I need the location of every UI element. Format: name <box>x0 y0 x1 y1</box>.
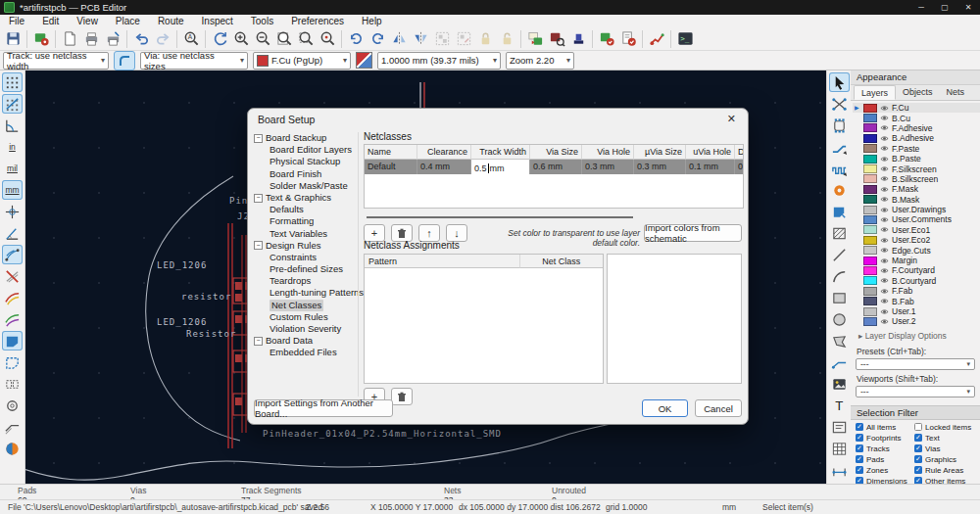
filter-tracks[interactable]: ✓Tracks <box>856 444 914 454</box>
close-icon[interactable]: ✕ <box>727 113 736 125</box>
layer-color-swatch[interactable] <box>863 155 877 164</box>
filter-pads[interactable]: ✓Pads <box>856 455 914 465</box>
menu-edit[interactable]: Edit <box>33 15 68 27</box>
ok-button[interactable]: OK <box>642 399 688 417</box>
zoom-objects-button[interactable] <box>317 28 338 50</box>
layer-row-f-paste[interactable]: F.Paste <box>853 144 980 154</box>
eye-icon[interactable] <box>880 317 889 326</box>
column-header--via-size[interactable]: µVia Size <box>634 145 686 160</box>
update-footprints-button[interactable] <box>596 28 617 50</box>
filter-graphics[interactable]: ✓Graphics <box>914 455 975 465</box>
board-setup-button[interactable] <box>30 28 52 50</box>
layer-row-user-drawings[interactable]: User.Drawings <box>853 205 980 214</box>
layer-color-swatch[interactable] <box>863 114 877 122</box>
layer-color-swatch[interactable] <box>863 215 877 224</box>
layer-row-user-1[interactable]: User.1 <box>853 306 980 316</box>
flip-button[interactable] <box>388 28 410 50</box>
run-drc-button[interactable] <box>617 28 639 50</box>
draw-line-button[interactable] <box>829 245 850 264</box>
rotate-cw-button[interactable] <box>367 28 388 50</box>
track-width-combo[interactable]: Track: use netclass width▾ <box>3 52 109 70</box>
netclass-cell[interactable]: 0.3 mm <box>634 160 686 174</box>
zone-outline-mode-button[interactable] <box>2 352 23 372</box>
layer-display-options[interactable]: ▸ Layer Display Options <box>851 327 980 343</box>
add-dimension-button[interactable] <box>829 460 850 480</box>
eye-icon[interactable] <box>880 195 889 204</box>
layer-color-swatch[interactable] <box>863 297 877 305</box>
draw-circle-button[interactable] <box>829 309 850 329</box>
minimize-button[interactable]: ─ <box>909 0 933 15</box>
filter-text[interactable]: ✓Text <box>914 434 975 444</box>
layer-pair-indicator[interactable] <box>356 52 372 69</box>
eye-icon[interactable] <box>880 185 889 194</box>
netclass-cell[interactable]: 0.1 mm <box>686 160 735 174</box>
netclass-cell[interactable]: Default <box>365 160 417 174</box>
filter-locked-items[interactable]: Locked items <box>914 423 975 433</box>
eye-icon[interactable] <box>880 134 889 143</box>
tree-item-embedded-files[interactable]: Embedded Files <box>254 347 356 358</box>
eye-icon[interactable] <box>880 297 889 305</box>
eye-icon[interactable] <box>880 246 889 255</box>
zoom-in-button[interactable] <box>230 28 252 50</box>
layer-row-b-paste[interactable]: B.Paste <box>853 154 980 164</box>
eye-icon[interactable] <box>880 206 889 214</box>
units-inches-button[interactable]: in <box>2 137 23 157</box>
layer-row-edge-cuts[interactable]: Edge.Cuts <box>853 245 980 255</box>
menu-file[interactable]: File <box>0 15 33 27</box>
layer-row-f-silkscreen[interactable]: F.Silkscreen <box>853 164 980 173</box>
checkbox[interactable]: ✓ <box>856 444 863 452</box>
zoom-fit-button[interactable] <box>273 28 295 50</box>
eye-icon[interactable] <box>880 144 889 153</box>
layer-row-f-fab[interactable]: F.Fab <box>853 286 980 296</box>
add-image-button[interactable] <box>829 374 850 394</box>
add-text-button[interactable]: T <box>829 396 850 415</box>
layer-row-user-eco1[interactable]: User.Eco1 <box>853 225 980 235</box>
close-button[interactable]: ✕ <box>956 0 980 15</box>
tree-item-solder-mask-paste[interactable]: Solder Mask/Paste <box>254 180 356 192</box>
eye-icon[interactable] <box>880 236 889 245</box>
tree-item-board-editor-layers[interactable]: Board Editor Layers <box>254 144 356 156</box>
refresh-button[interactable] <box>209 28 230 50</box>
track-width-edit-cell[interactable]: 0.5mm <box>471 160 530 174</box>
sketch-pads-mode-button[interactable] <box>2 374 23 394</box>
sketch-vias-mode-button[interactable] <box>2 396 23 415</box>
layer-color-swatch[interactable] <box>863 225 877 234</box>
menu-preferences[interactable]: Preferences <box>282 15 353 27</box>
tree-collapse-icon[interactable]: − <box>254 194 263 203</box>
units-mils-button[interactable]: mil <box>2 159 23 178</box>
layer-color-swatch[interactable] <box>863 206 877 214</box>
eye-icon[interactable] <box>880 307 889 316</box>
layer-row-b-mask[interactable]: B.Mask <box>853 195 980 205</box>
tree-collapse-icon[interactable]: − <box>254 241 263 250</box>
tree-item-board-data[interactable]: −Board Data <box>254 335 356 347</box>
add-via-button[interactable] <box>829 180 850 200</box>
layer-row-user-comments[interactable]: User.Comments <box>853 214 980 224</box>
eye-icon[interactable] <box>880 114 889 122</box>
eye-icon[interactable] <box>880 225 889 234</box>
local-ratsnest-button[interactable] <box>829 94 850 114</box>
checkbox[interactable] <box>914 423 922 431</box>
netclass-assignments-table[interactable]: Pattern Net Class <box>364 254 604 384</box>
layer-color-swatch[interactable] <box>863 287 877 296</box>
net-highlight-button[interactable] <box>2 288 23 307</box>
three-d-viewer-button[interactable] <box>567 28 589 50</box>
crosshair-style-button[interactable] <box>2 202 23 221</box>
add-leader-button[interactable] <box>829 352 850 372</box>
draw-rectangle-button[interactable] <box>829 288 850 307</box>
cancel-button[interactable]: Cancel <box>695 399 742 417</box>
tab-layers[interactable]: Layers <box>854 85 896 100</box>
column-header-name[interactable]: Name <box>365 145 417 160</box>
undo-button[interactable] <box>130 28 152 50</box>
layer-color-swatch[interactable] <box>863 266 877 275</box>
save-button[interactable] <box>2 28 24 50</box>
layer-color-swatch[interactable] <box>863 144 877 153</box>
netclass-cell[interactable]: 0.4 mm <box>417 160 471 174</box>
tree-item-physical-stackup[interactable]: Physical Stackup <box>254 156 356 167</box>
page-settings-button[interactable] <box>59 28 80 50</box>
netclass-row-default[interactable]: Default0.4 mm0.5mm0.6 mm0.3 mm0.3 mm0.1 … <box>365 160 743 174</box>
netclasses-table[interactable]: NameClearanceTrack WidthVia SizeVia Hole… <box>364 144 744 209</box>
layer-row-margin[interactable]: Margin <box>853 256 980 265</box>
netclass-cell[interactable]: 0.6 mm <box>530 160 582 174</box>
grid-combo[interactable]: 1.0000 mm (39.37 mils)▾ <box>377 52 501 70</box>
layer-row-b-courtyard[interactable]: B.Courtyard <box>853 276 980 286</box>
